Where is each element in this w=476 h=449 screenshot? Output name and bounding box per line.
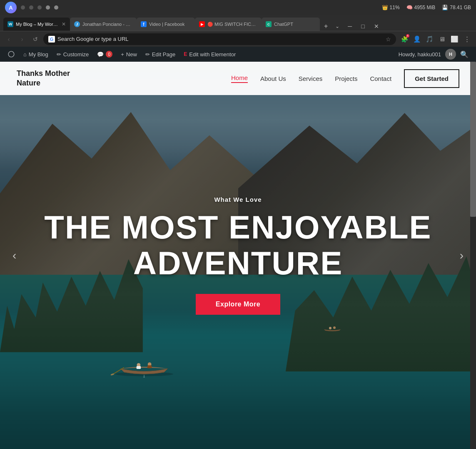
address-icons: ☆ bbox=[386, 36, 391, 43]
nav-home[interactable]: Home bbox=[231, 74, 248, 83]
os-stats: 👑 11% 🧠 4955 MiB 💾 78.41 GB bbox=[382, 5, 471, 10]
edit-elementor-label: Edit with Elementor bbox=[189, 51, 236, 58]
nav-contact[interactable]: Contact bbox=[370, 75, 391, 82]
my-blog-label: My Blog bbox=[29, 51, 48, 58]
site-nav: Thanks MotherNature Home About Us Servic… bbox=[0, 62, 476, 95]
browser-chrome: W My Blog – My WordPr ✕ J Jonathan Ponci… bbox=[0, 15, 476, 31]
slider-next-button[interactable]: › bbox=[456, 245, 468, 266]
os-bar: A 👑 11% 🧠 4955 MiB 💾 78.41 GB bbox=[0, 0, 476, 15]
new-item[interactable]: + New bbox=[117, 47, 141, 62]
tab-label-1: My Blog – My WordPr bbox=[16, 22, 59, 27]
tab-favicon-1: W bbox=[7, 21, 13, 27]
os-dot-4 bbox=[46, 5, 50, 10]
pencil-icon: ✏ bbox=[57, 51, 61, 58]
tab-favicon-3: f bbox=[141, 21, 147, 27]
tab-favicon-4: ▶ bbox=[199, 21, 205, 27]
nav-projects[interactable]: Projects bbox=[335, 75, 357, 82]
hero-content: What We Love THE MOST ENJOYABLEADVENTURE… bbox=[44, 196, 431, 315]
scrollbar-thumb[interactable] bbox=[470, 62, 476, 217]
wp-logo-item[interactable] bbox=[3, 47, 19, 62]
maximize-button[interactable]: □ bbox=[358, 22, 368, 30]
os-dot-5 bbox=[54, 5, 58, 10]
os-dot-3 bbox=[37, 5, 42, 10]
extensions-icon[interactable]: 🧩 4 bbox=[399, 33, 410, 45]
extensions2-icon[interactable]: ⬜ bbox=[449, 33, 460, 45]
boat-svg bbox=[105, 349, 184, 378]
nav-about-us[interactable]: About Us bbox=[260, 75, 286, 82]
crown-icon: 👑 bbox=[382, 5, 388, 10]
tab-close-1[interactable]: ✕ bbox=[62, 21, 66, 27]
scrollbar[interactable] bbox=[470, 62, 476, 449]
wp-admin-right: Howdy, hakku001 H 🔍 bbox=[394, 49, 473, 60]
browser-tab-5[interactable]: C ChatGPT bbox=[262, 18, 320, 31]
disk-icon: 💾 bbox=[442, 5, 448, 10]
address-bar-row: ‹ › ↺ G Search Google or type a URL ☆ 🧩 … bbox=[0, 31, 476, 47]
howdy-text: Howdy, hakku001 bbox=[394, 51, 445, 58]
browser-tab-3[interactable]: f Video | Facebook bbox=[137, 18, 195, 31]
os-stat-disk: 💾 78.41 GB bbox=[442, 5, 471, 10]
user-avatar: H bbox=[445, 49, 456, 60]
os-stat-memory: 🧠 4955 MiB bbox=[406, 5, 436, 10]
tab-list-button[interactable]: ⌄ bbox=[333, 23, 342, 30]
explore-more-button[interactable]: Explore More bbox=[196, 294, 280, 315]
svg-rect-4 bbox=[137, 366, 141, 369]
customize-item[interactable]: ✏ Customize bbox=[52, 47, 93, 62]
nav-services[interactable]: Services bbox=[299, 75, 323, 82]
os-stat-battery: 👑 11% bbox=[382, 5, 400, 10]
tab-label-5: ChatGPT bbox=[274, 22, 316, 27]
browser-tab-1[interactable]: W My Blog – My WordPr ✕ bbox=[3, 18, 70, 31]
cpu-icon: 🧠 bbox=[406, 5, 413, 10]
comment-icon: 💬 bbox=[97, 51, 104, 58]
edit-icon: ✏ bbox=[145, 51, 150, 58]
my-site-icon: ⌂ bbox=[23, 51, 27, 58]
bookmark-icon[interactable]: ☆ bbox=[386, 36, 391, 43]
get-started-button[interactable]: Get Started bbox=[404, 69, 459, 88]
os-dot-2 bbox=[29, 5, 33, 10]
slider-prev-button[interactable]: ‹ bbox=[8, 245, 20, 266]
minimize-button[interactable]: ─ bbox=[344, 22, 355, 30]
forward-button[interactable]: › bbox=[17, 34, 27, 45]
address-bar[interactable]: G Search Google or type a URL ☆ bbox=[43, 33, 396, 45]
edit-elementor-item[interactable]: E Edit with Elementor bbox=[179, 47, 240, 62]
edit-page-label: Edit Page bbox=[152, 51, 175, 58]
tab-favicon-5: C bbox=[266, 21, 272, 27]
os-avatar: A bbox=[5, 2, 17, 13]
comments-badge: 0 bbox=[106, 51, 112, 58]
os-memory-value: 4955 MiB bbox=[414, 5, 436, 10]
comments-item[interactable]: 💬 0 bbox=[93, 47, 117, 62]
hero-section: What We Love THE MOST ENJOYABLEADVENTURE… bbox=[0, 62, 476, 449]
browser-tab-2[interactable]: J Jonathan Ponciano - Hom... bbox=[70, 18, 137, 31]
hero-subtitle: What We Love bbox=[44, 196, 431, 203]
new-tab-button[interactable]: + bbox=[321, 22, 330, 31]
address-text: Search Google or type a URL bbox=[57, 36, 383, 42]
website-content: What We Love THE MOST ENJOYABLEADVENTURE… bbox=[0, 62, 476, 449]
wp-admin-bar: ⌂ My Blog ✏ Customize 💬 0 + New ✏ Edit P… bbox=[0, 47, 476, 62]
music-icon[interactable]: 🎵 bbox=[424, 33, 435, 45]
toolbar-icons: 🧩 4 👤 🎵 🖥 ⬜ ⋮ bbox=[399, 33, 473, 45]
profile-icon[interactable]: 👤 bbox=[411, 33, 423, 45]
screen-icon[interactable]: 🖥 bbox=[436, 33, 448, 45]
site-logo: Thanks MotherNature bbox=[17, 69, 75, 88]
browser-tab-4[interactable]: ▶ 🔴 MIG SWITCH FICOU IN... bbox=[195, 18, 262, 31]
edit-page-item[interactable]: ✏ Edit Page bbox=[141, 47, 179, 62]
tab-label-4: 🔴 MIG SWITCH FICOU IN... bbox=[207, 22, 257, 27]
boat-container bbox=[105, 349, 184, 379]
tab-label-3: Video | Facebook bbox=[149, 22, 191, 27]
back-button[interactable]: ‹ bbox=[3, 34, 14, 45]
svg-point-7 bbox=[329, 327, 331, 329]
tab-label-2: Jonathan Ponciano - Hom... bbox=[82, 22, 132, 27]
hero-title: THE MOST ENJOYABLEADVENTURE bbox=[44, 210, 431, 281]
svg-rect-6 bbox=[147, 365, 152, 368]
browser-actions: + ⌄ ─ □ ✕ bbox=[321, 22, 382, 31]
close-button[interactable]: ✕ bbox=[371, 22, 382, 30]
my-blog-item[interactable]: ⌂ My Blog bbox=[19, 47, 52, 62]
menu-icon[interactable]: ⋮ bbox=[461, 33, 473, 45]
elementor-icon: E bbox=[184, 51, 187, 57]
wp-search-icon[interactable]: 🔍 bbox=[456, 50, 473, 58]
svg-point-8 bbox=[333, 326, 336, 329]
google-favicon: G bbox=[48, 36, 55, 43]
wordpress-icon bbox=[7, 50, 15, 58]
site-nav-links: Home About Us Services Projects Contact bbox=[231, 74, 391, 83]
reload-button[interactable]: ↺ bbox=[30, 34, 41, 45]
tabs-row: W My Blog – My WordPr ✕ J Jonathan Ponci… bbox=[3, 15, 473, 31]
